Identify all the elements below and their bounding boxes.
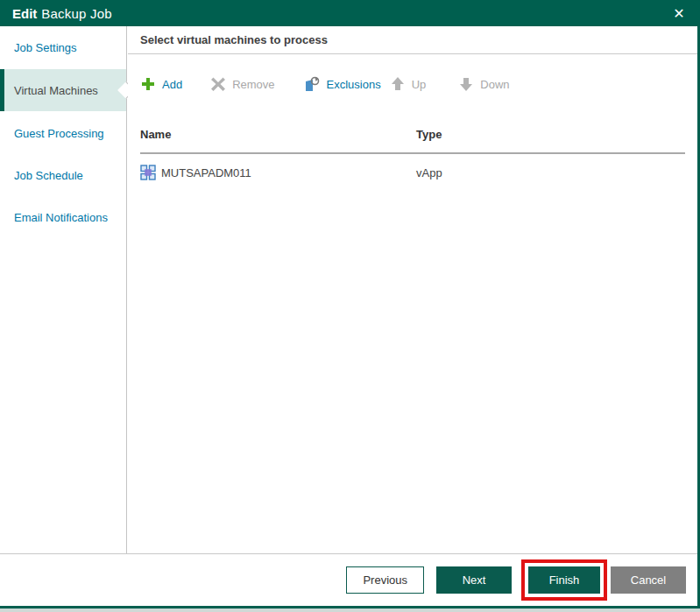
close-icon[interactable]: ✕ — [668, 4, 689, 23]
sidebar-item-job-settings[interactable]: Job Settings — [0, 26, 126, 68]
finish-button[interactable]: Finish — [528, 566, 600, 594]
exclusions-icon — [305, 76, 321, 92]
arrow-up-icon — [390, 76, 406, 92]
edit-backup-job-dialog: Edit Backup Job ✕ Job Settings Virtual M… — [0, 0, 700, 612]
column-header-name[interactable]: Name — [140, 128, 416, 141]
down-button[interactable]: Down — [458, 76, 509, 92]
wizard-sidebar: Job Settings Virtual Machines Guest Proc… — [0, 26, 127, 553]
arrow-down-icon — [458, 76, 474, 92]
add-label: Add — [162, 78, 182, 91]
sidebar-item-label: Job Schedule — [14, 169, 83, 182]
sidebar-item-label: Job Settings — [14, 41, 77, 54]
title-rest: Backup Job — [41, 6, 111, 21]
cancel-button[interactable]: Cancel — [611, 566, 686, 594]
sidebar-item-job-schedule[interactable]: Job Schedule — [0, 154, 126, 196]
remove-label: Remove — [232, 78, 274, 91]
vm-type: vApp — [416, 166, 685, 179]
column-header-type[interactable]: Type — [416, 128, 685, 141]
annotation-highlight-box: Finish — [521, 559, 607, 601]
exclusions-label: Exclusions — [327, 78, 381, 91]
page-title: Select virtual machines to process — [128, 26, 697, 54]
table-header: Name Type — [128, 123, 697, 145]
remove-button[interactable]: Remove — [210, 76, 274, 92]
exclusions-button[interactable]: Exclusions — [305, 76, 381, 92]
sidebar-item-label: Guest Processing — [14, 127, 104, 140]
sidebar-item-label: Virtual Machines — [14, 84, 98, 97]
sidebar-item-guest-processing[interactable]: Guest Processing — [0, 112, 126, 154]
up-label: Up — [412, 78, 427, 91]
table-row[interactable]: MUTSAPADM011 vApp — [128, 154, 697, 191]
vm-name: MUTSAPADM011 — [161, 166, 251, 179]
content-panel: Select virtual machines to process Add R… — [128, 26, 697, 553]
next-button[interactable]: Next — [436, 566, 512, 594]
vm-table: Name Type MUTSAPADM011 — [128, 123, 697, 191]
up-button[interactable]: Up — [390, 76, 427, 92]
sidebar-item-virtual-machines[interactable]: Virtual Machines — [0, 69, 126, 111]
add-button[interactable]: Add — [140, 76, 182, 92]
sidebar-item-label: Email Notifications — [14, 211, 108, 224]
down-label: Down — [480, 78, 509, 91]
plus-icon — [140, 76, 156, 92]
vm-toolbar: Add Remove Exclusions — [128, 61, 697, 107]
x-icon — [210, 76, 226, 92]
window-bottom-shadow — [0, 608, 700, 612]
title-bold: Edit — [12, 6, 37, 21]
vapp-icon — [140, 165, 156, 180]
titlebar: Edit Backup Job ✕ — [0, 0, 700, 26]
sidebar-item-email-notifications[interactable]: Email Notifications — [0, 196, 126, 238]
footer: Previous Next Finish Cancel — [0, 554, 697, 606]
previous-button[interactable]: Previous — [346, 566, 424, 594]
